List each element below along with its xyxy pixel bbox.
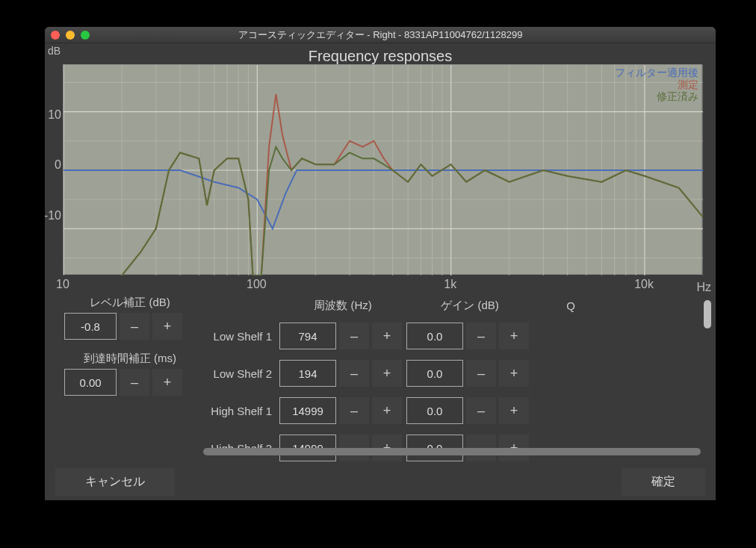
band-freq-input[interactable]: 194 <box>279 360 336 387</box>
band-gain-input[interactable]: 0.0 <box>406 323 463 349</box>
level-correction-label: レベル補正 (dB) <box>55 296 205 310</box>
level-plus-button[interactable]: + <box>152 313 182 340</box>
legend: フィルター適用後 測定 修正済み <box>615 66 698 102</box>
editor-window: アコースティックエディター - Right - 8331AP11004762/1… <box>45 27 716 500</box>
arrival-plus-button[interactable]: + <box>152 369 182 396</box>
band-freq-input[interactable]: 794 <box>279 323 336 349</box>
y-tick: -10 <box>45 209 61 222</box>
x-tick: 10k <box>634 278 654 291</box>
y-tick: 10 <box>48 108 61 122</box>
band-gain-input[interactable]: 0.0 <box>406 397 463 424</box>
legend-corrected: 修正済み <box>615 90 698 102</box>
legend-measured: 測定 <box>615 78 698 90</box>
arrival-correction-input[interactable]: 0.00 <box>64 369 117 396</box>
x-tick: 100 <box>247 278 267 291</box>
horizontal-scrollbar[interactable] <box>203 448 701 455</box>
gain-minus-button[interactable]: – <box>466 397 496 424</box>
cancel-button[interactable]: キャンセル <box>55 468 175 496</box>
legend-filtered: フィルター適用後 <box>615 66 698 78</box>
arrival-minus-button[interactable]: – <box>120 369 149 396</box>
band-name: Low Shelf 1 <box>205 330 279 343</box>
gain-minus-button[interactable]: – <box>466 323 496 349</box>
gain-plus-button[interactable]: + <box>499 323 529 349</box>
confirm-button[interactable]: 確定 <box>622 468 705 496</box>
band-grid: 周波数 (Hz) ゲイン (dB) Q Low Shelf 1 794 – + … <box>205 296 705 464</box>
gain-minus-button[interactable]: – <box>466 360 496 387</box>
freq-plus-button[interactable]: + <box>372 360 402 387</box>
gain-header: ゲイン (dB) <box>406 299 533 313</box>
gain-plus-button[interactable]: + <box>499 360 529 387</box>
gain-plus-button[interactable]: + <box>499 397 529 424</box>
level-minus-button[interactable]: – <box>120 313 149 340</box>
band-name: High Shelf 1 <box>205 405 279 417</box>
freq-minus-button[interactable]: – <box>339 397 369 424</box>
x-tick: 10 <box>56 278 69 291</box>
freq-minus-button[interactable]: – <box>339 360 369 387</box>
band-gain-input[interactable]: 0.0 <box>406 360 463 387</box>
q-header: Q <box>533 299 608 312</box>
vertical-scrollbar[interactable] <box>704 300 711 329</box>
freq-plus-button[interactable]: + <box>372 397 402 424</box>
freq-plus-button[interactable]: + <box>372 323 402 349</box>
y-ticks: 10 0 -10 <box>46 64 63 275</box>
y-tick: 0 <box>55 158 61 172</box>
titlebar: アコースティックエディター - Right - 8331AP11004762/1… <box>45 27 716 43</box>
left-column: レベル補正 (dB) -0.8 – + 到達時間補正 (ms) 0.00 – + <box>55 296 205 464</box>
footer: キャンセル 確定 <box>45 463 716 500</box>
freq-minus-button[interactable]: – <box>339 323 369 349</box>
band-name: Low Shelf 2 <box>205 367 279 380</box>
frequency-response-chart: フィルター適用後 測定 修正済み <box>63 64 702 275</box>
band-freq-input[interactable]: 14999 <box>279 397 336 424</box>
level-correction-input[interactable]: -0.8 <box>64 313 117 340</box>
chart-title: Frequency responses <box>45 48 716 65</box>
freq-header: 周波数 (Hz) <box>279 299 406 313</box>
editor-panel: レベル補正 (dB) -0.8 – + 到達時間補正 (ms) 0.00 – +… <box>55 296 705 448</box>
arrival-correction-label: 到達時間補正 (ms) <box>55 352 205 366</box>
window-title: アコースティックエディター - Right - 8331AP11004762/1… <box>45 28 716 42</box>
x-tick: 1k <box>444 278 456 291</box>
x-axis-label: Hz <box>696 281 711 294</box>
